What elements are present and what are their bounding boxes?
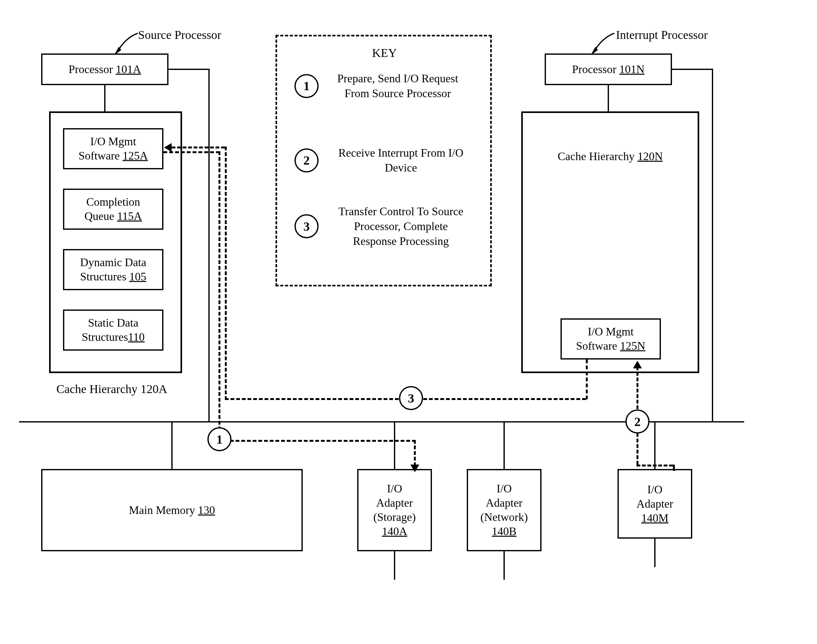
- processor-101n-ref: 101N: [619, 63, 644, 76]
- static-data-line1: Static Data: [82, 316, 145, 330]
- key-text-3: Transfer Control To Source Processor, Co…: [331, 204, 471, 248]
- source-processor-label: Source Processor: [138, 28, 221, 42]
- io-adapter-140m-box: I/O Adapter 140M: [617, 469, 692, 539]
- flow-circle-1: 1: [207, 427, 232, 451]
- adapter-b-line2: Adapter: [481, 496, 528, 510]
- flow2-seg-tiny: [673, 465, 675, 471]
- flow3-arrow-icon: [164, 143, 172, 152]
- connector-adapter-m-to-bus: [654, 422, 656, 469]
- static-data-line2: Structures: [82, 331, 128, 343]
- io-mgmt-125a-line2: Software: [78, 149, 123, 162]
- completion-queue-box: Completion Queue 115A: [63, 189, 163, 230]
- flow-circle-2: 2: [625, 409, 650, 434]
- key-num-1: 1: [295, 74, 319, 98]
- flow3-seg-rightv: [586, 359, 588, 399]
- adapter-b-ref: 140B: [481, 524, 528, 539]
- io-mgmt-125n-box: I/O Mgmt Software 125N: [561, 318, 661, 359]
- key-text-2: Receive Interrupt From I/O Device: [331, 146, 471, 175]
- connector-proc-n-right: [672, 69, 713, 70]
- key-item-1: 1 Prepare, Send I/O Request From Source …: [295, 71, 478, 101]
- cache-hierarchy-120n-text: Cache Hierarchy: [557, 150, 637, 163]
- dynamic-data-line2: Structures: [80, 270, 129, 283]
- connector-adapter-b-to-bus: [504, 422, 505, 469]
- static-data-ref: 110: [128, 331, 145, 343]
- completion-queue-ref: 115A: [117, 210, 142, 222]
- adapter-m-ref: 140M: [636, 511, 673, 525]
- key-num-3: 3: [295, 214, 319, 238]
- processor-101a-text: Processor: [69, 63, 116, 76]
- flow3-seg-toph: [172, 147, 225, 149]
- key-box: KEY 1 Prepare, Send I/O Request From Sou…: [275, 35, 492, 287]
- io-mgmt-125n-line1: I/O Mgmt: [576, 325, 645, 339]
- cache-hierarchy-120n-ref: 120N: [637, 150, 663, 163]
- processor-101a-ref: 101A: [115, 63, 141, 76]
- flow1-seg-top: [163, 151, 220, 153]
- adapter-m-line2: Adapter: [636, 497, 673, 511]
- connector-adapter-b-down: [504, 551, 505, 580]
- processor-101n-text: Processor: [572, 63, 619, 76]
- connector-proc-n-down: [712, 69, 713, 422]
- io-mgmt-125a-box: I/O Mgmt Software 125A: [63, 128, 163, 169]
- key-text-1: Prepare, Send I/O Request From Source Pr…: [331, 71, 464, 101]
- processor-101a-box: Processor 101A: [41, 54, 169, 85]
- adapter-a-ref: 140A: [373, 524, 416, 539]
- main-memory-box: Main Memory 130: [41, 469, 303, 551]
- io-mgmt-125n-line2: Software: [576, 340, 620, 352]
- connector-adapter-a-to-bus: [394, 422, 395, 469]
- flow1-seg-bot: [218, 440, 416, 442]
- io-adapter-140a-box: I/O Adapter (Storage) 140A: [357, 469, 432, 551]
- adapter-a-line3: (Storage): [373, 510, 416, 524]
- io-mgmt-125a-line1: I/O Mgmt: [78, 135, 148, 149]
- key-item-2: 2 Receive Interrupt From I/O Device: [295, 146, 478, 175]
- connector-proc-a-to-cache: [104, 85, 106, 111]
- flow1-seg-v: [218, 151, 220, 442]
- key-num-2: 2: [295, 149, 319, 172]
- key-title: KEY: [372, 46, 397, 60]
- processor-101n-box: Processor 101N: [545, 54, 672, 85]
- interrupt-processor-pointer-icon: [589, 32, 617, 57]
- dynamic-data-box: Dynamic Data Structures 105: [63, 249, 163, 290]
- key-item-3: 3 Transfer Control To Source Processor, …: [295, 204, 478, 248]
- cache-hierarchy-120a-label: Cache Hierarchy 120A: [56, 382, 167, 396]
- io-mgmt-125a-ref: 125A: [123, 149, 148, 162]
- source-processor-pointer-icon: [112, 32, 141, 57]
- interrupt-processor-label: Interrupt Processor: [616, 28, 708, 42]
- adapter-b-line3: (Network): [481, 510, 528, 524]
- main-memory-ref: 130: [198, 504, 215, 517]
- completion-queue-line2: Queue: [84, 210, 117, 222]
- connector-memory-to-bus: [171, 422, 173, 469]
- adapter-b-line1: I/O: [481, 481, 528, 496]
- dynamic-data-ref: 105: [129, 270, 146, 283]
- io-adapter-140b-box: I/O Adapter (Network) 140B: [467, 469, 542, 551]
- completion-queue-line1: Completion: [84, 195, 142, 209]
- flow1-seg-toadapter: [414, 440, 416, 466]
- adapter-m-line1: I/O: [636, 483, 673, 497]
- adapter-a-line2: Adapter: [373, 496, 416, 510]
- static-data-box: Static Data Structures110: [63, 310, 163, 351]
- flow1-arrow-icon: [410, 465, 419, 472]
- connector-proc-a-right: [169, 69, 210, 70]
- dynamic-data-line1: Dynamic Data: [80, 255, 146, 270]
- flow3-seg-leftv: [225, 147, 227, 400]
- flow2-arrow-icon: [633, 361, 642, 368]
- flow2-seg-h: [636, 465, 673, 466]
- connector-adapter-m-down: [654, 539, 656, 567]
- connector-proc-a-down: [208, 69, 210, 422]
- adapter-a-line1: I/O: [373, 481, 416, 496]
- connector-adapter-a-down: [394, 551, 395, 580]
- main-memory-text: Main Memory: [129, 504, 198, 517]
- io-mgmt-125n-ref: 125N: [620, 340, 645, 352]
- connector-proc-n-to-cache: [608, 85, 609, 111]
- flow-circle-3: 3: [399, 386, 423, 410]
